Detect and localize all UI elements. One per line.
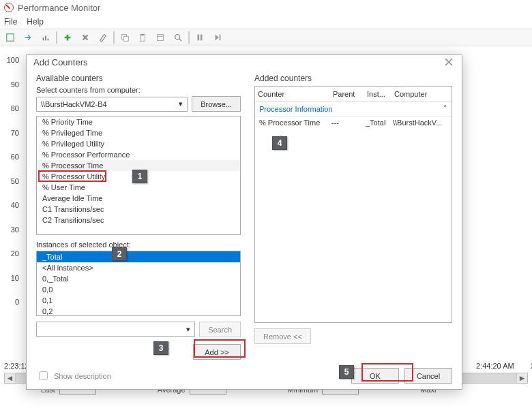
table-row[interactable]: % Processor Time --- _Total \\BurstHackV… [255,117,452,129]
list-item[interactable]: % Priority Time [37,117,240,127]
group-row[interactable]: Processor Information ˄ [255,102,452,117]
svg-rect-3 [48,39,49,41]
list-item[interactable]: 0,1 [37,295,240,306]
svg-rect-12 [198,35,200,41]
y-tick: 70 [3,129,19,137]
menubar: File Help [0,15,532,29]
close-button[interactable] [444,57,455,68]
tool-zoom-icon[interactable] [171,30,186,45]
callout-3: 3 [153,341,168,355]
y-tick: 100 [3,56,19,64]
list-item[interactable]: Average Idle Time [37,193,240,204]
svg-rect-2 [45,35,46,40]
cell-inst: _Total [366,119,393,127]
search-button[interactable]: Search [199,322,241,337]
callout-1: 1 [132,170,147,183]
show-description-label: Show description [54,372,111,380]
chevron-up-icon[interactable]: ˄ [443,104,447,113]
scroll-left-icon[interactable]: ◄ [5,373,16,383]
col-parent[interactable]: Parent [333,90,367,98]
svg-line-11 [179,39,182,42]
tool-view-icon[interactable] [3,30,18,45]
remove-button[interactable]: Remove << [254,328,311,344]
tool-add-icon[interactable] [60,30,75,45]
window-titlebar: Performance Monitor [0,0,532,15]
y-tick: 50 [3,177,19,185]
app-icon [4,3,14,12]
y-tick: 40 [3,201,19,209]
y-tick: 10 [3,274,19,282]
computer-combo[interactable]: \\BurstHackVM2-B4 ▾ [36,97,188,112]
group-label: Processor Information [259,105,333,113]
svg-marker-14 [216,35,219,41]
svg-rect-5 [123,36,128,41]
add-counters-dialog: Add Counters Available counters Select c… [26,55,462,390]
browse-button[interactable]: Browse... [192,96,241,112]
time-mid: 2:44:20 AM 2: [476,362,532,370]
list-item[interactable]: 0,0 [37,284,240,295]
instances-label: Instances of selected object: [36,240,241,249]
y-tick: 60 [3,153,19,161]
grid-header: Counter Parent Inst... Computer [255,87,452,102]
y-tick: 30 [3,226,19,234]
tool-arrow-icon[interactable] [20,30,35,45]
cell-parent: --- [331,119,366,127]
svg-point-10 [175,35,180,40]
dialog-title: Add Counters [33,57,88,67]
dialog-titlebar: Add Counters [27,55,462,69]
list-item[interactable]: % User Time [37,182,240,193]
added-counters-grid: Counter Parent Inst... Computer Processo… [254,86,452,323]
list-item[interactable]: _Total [37,251,240,262]
list-item[interactable]: % Privileged Utility [37,138,240,149]
menu-file[interactable]: File [4,17,17,27]
computer-value: \\BurstHackVM2-B4 [41,100,107,108]
tool-paste-icon[interactable] [135,30,150,45]
col-computer[interactable]: Computer [394,90,449,98]
available-counters-label: Available counters [36,74,241,83]
svg-rect-8 [158,35,164,41]
list-item[interactable]: <All instances> [37,262,240,273]
added-counters-label: Added counters [254,74,452,83]
tool-copy-icon[interactable] [117,30,132,45]
svg-rect-1 [43,37,44,40]
toolbar-separator [56,31,57,44]
list-item[interactable]: 0,2 [37,306,240,316]
menu-help[interactable]: Help [27,17,44,27]
list-item[interactable]: % Processor Performance [37,149,240,160]
select-from-label: Select counters from computer: [36,86,241,94]
cell-computer: \\BurstHackV... [393,119,447,127]
checkbox-icon[interactable] [39,371,48,380]
list-item[interactable]: C1 Transitions/sec [37,204,240,215]
callout-2: 2 [112,247,127,261]
y-tick: 80 [3,104,19,112]
y-tick: 0 [3,298,19,306]
callout-5: 5 [339,365,354,379]
tool-highlight-icon[interactable] [95,30,110,45]
instances-listbox[interactable]: _Total <All instances> 0,_Total 0,0 0,1 … [36,251,241,316]
svg-rect-13 [201,35,203,41]
scroll-right-icon[interactable]: ► [516,373,527,383]
chevron-down-icon: ▾ [179,99,183,108]
col-counter[interactable]: Counter [258,90,333,98]
show-description-checkbox[interactable]: Show description [36,369,111,382]
toolbar-separator [188,31,190,44]
toolbar [0,29,532,46]
instance-search-combo[interactable]: ▾ [36,322,195,337]
svg-rect-15 [220,35,221,41]
tool-pause-icon[interactable] [192,30,207,45]
tool-step-icon[interactable] [210,30,225,45]
tool-properties-icon[interactable] [153,30,168,45]
cell-counter: % Processor Time [259,119,331,127]
chevron-down-icon: ▾ [186,325,190,334]
cancel-button[interactable]: Cancel [404,368,452,384]
list-item[interactable]: 0,_Total [37,273,240,284]
window-title: Performance Monitor [18,3,100,13]
tool-chart-icon[interactable] [38,30,53,45]
svg-rect-0 [7,34,14,42]
tool-delete-icon[interactable] [78,30,93,45]
list-item[interactable]: % Privileged Time [37,127,240,138]
toolbar-separator [113,31,115,44]
col-inst[interactable]: Inst... [367,90,394,98]
list-item[interactable]: C2 Transitions/sec [37,215,240,226]
add-button[interactable]: Add >> [193,344,241,360]
